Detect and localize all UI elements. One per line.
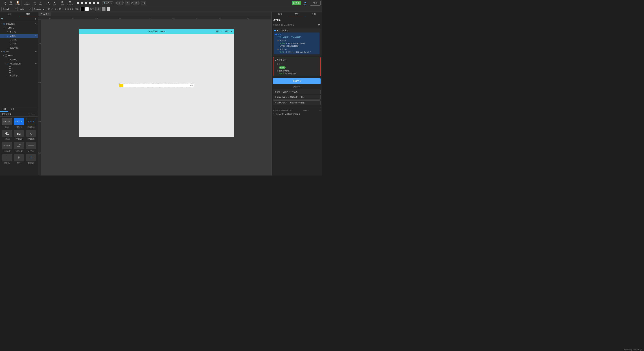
eye-icon[interactable]: 👁 [35, 51, 36, 53]
align-left-button[interactable]: ⬜ [76, 2, 80, 5]
fill-color-white[interactable] [85, 7, 89, 11]
x-input[interactable] [117, 1, 123, 5]
layer-more[interactable]: ▸ — 灰色背景 [0, 74, 38, 78]
font-size-select[interactable]: 13 [46, 7, 54, 11]
trigger-mouse-checkbox[interactable] [273, 113, 275, 115]
more-component-button[interactable]: ⋯ [33, 113, 36, 116]
tab-style[interactable]: 样式 [272, 12, 288, 17]
strikethrough-button[interactable]: S [62, 8, 64, 11]
layer-dynamic-panel[interactable]: ▾ ⬡ (动态面板) 👁 [0, 22, 38, 26]
tab-description[interactable]: 说明 [305, 12, 322, 17]
component-item-vline[interactable]: 重直线 [2, 154, 12, 164]
progress-bar-widget[interactable]: ⚡ 0% [118, 84, 194, 87]
paste-button[interactable]: 📋 Paste [14, 0, 20, 6]
fill-label: 填充: [75, 8, 79, 10]
tab-interaction[interactable]: 交互 [288, 12, 305, 17]
align-right-button[interactable]: ⬜ [84, 2, 88, 5]
connect-button[interactable]: ⇝ 连接 [32, 0, 37, 6]
common-item-2[interactable]: 向左拖动结束时 → 设置为下一个状态 [273, 95, 320, 100]
page-tab-1[interactable]: Page 1 ✕ [39, 13, 52, 16]
align-center-button[interactable]: ⬜ [80, 2, 84, 5]
bottom-layer-button[interactable]: ▼ 底层 [52, 0, 57, 6]
font-family-select[interactable]: Arial [19, 7, 32, 11]
align-justify-text-button[interactable]: ≡ [72, 8, 74, 11]
layer-progress-bar[interactable]: ▾ ⬡ 进度条 👁 [0, 34, 38, 38]
common-item-1[interactable]: 单击时 → 设置为下一个状态 [273, 90, 320, 94]
layer-c-percent[interactable]: ▸ A c百分比 [0, 58, 38, 62]
layer-state1-sub[interactable]: ▸ State1 [0, 38, 38, 42]
underline-button[interactable]: U [59, 8, 61, 11]
ruler-vmark: 600 [38, 152, 40, 154]
insert-icon: ＋ [40, 1, 42, 4]
component-item-dynamic-panel[interactable]: ⬡ 动态面板 [26, 154, 36, 164]
component-item-h1[interactable]: H1 一级标题 [2, 130, 12, 140]
layer-b-blue-bar[interactable]: ▾ ⬡ b蓝色进度条 👁 [0, 62, 38, 66]
insert-button[interactable]: ＋ 插入 [38, 0, 44, 6]
align-left-text-button[interactable]: ≡ [65, 8, 67, 11]
share-button[interactable]: ☁ 共享 [302, 0, 308, 6]
stroke-value[interactable] [96, 7, 101, 11]
layer-gray-bg[interactable]: ▸ — 灰色背景 [0, 46, 38, 50]
new-interaction-button[interactable]: 新建交互 [273, 78, 320, 84]
component-item-text-label[interactable]: 文本标签 文本标签 [2, 142, 12, 152]
italic-button[interactable]: I [57, 8, 58, 11]
stroke-color2[interactable] [106, 7, 110, 11]
eye-icon[interactable]: 👁 [35, 63, 36, 65]
common-item-3[interactable]: 向右拖动结束时 → 设置为上一个状态 [273, 100, 320, 105]
w-input[interactable] [133, 1, 138, 5]
h-input[interactable] [141, 1, 146, 5]
layer-state1-top[interactable]: ▾ State1 [0, 26, 38, 30]
action-icon [277, 70, 278, 72]
tab-page[interactable]: 页面 [0, 12, 19, 17]
layer-item-1[interactable]: ▸ 1 [0, 66, 38, 70]
tab-preview[interactable]: 视图 [19, 12, 38, 17]
eye-icon[interactable]: 👁 [35, 35, 36, 37]
layer-state1-aaa[interactable]: ▾ State1 [0, 54, 38, 58]
align-bottom-button[interactable]: ⬜ [96, 2, 100, 5]
style-select[interactable]: Default [2, 7, 18, 11]
isolate-expand-button[interactable]: ⤢ [221, 30, 223, 33]
select-mode-button[interactable]: ⊹ 选择模式 [23, 0, 31, 6]
component-item-link-button[interactable]: BUTTON 链接按钮 [26, 118, 36, 129]
top-layer-button[interactable]: ▲ 顶层 [46, 0, 51, 6]
page-tab-close-icon[interactable]: ✕ [48, 13, 50, 15]
bold-button[interactable]: B [54, 8, 57, 11]
group-icon: ⬡ [7, 35, 9, 37]
align-middle-button[interactable]: ⬜ [92, 2, 96, 5]
tab-components[interactable]: 元件 [0, 107, 8, 112]
copy-component-button[interactable]: ⎘ [31, 113, 33, 116]
layer-item-2[interactable]: ▸ 2 [0, 70, 38, 74]
preview-button[interactable]: ▶ 预览 [292, 1, 301, 5]
align-center-text-button[interactable]: ≡ [67, 8, 69, 11]
component-item-hr[interactable]: 水平线 [26, 142, 36, 152]
align-center-icon: ⬜ [81, 2, 84, 4]
font-style-select[interactable]: Regular [32, 7, 45, 11]
stroke-color1[interactable] [102, 7, 106, 11]
add-interaction-icon[interactable]: ⊞ [318, 23, 320, 27]
component-item-hotspot[interactable]: ⊕ 热区 [14, 154, 24, 164]
eye-icon[interactable]: 👁 [35, 23, 36, 25]
zoom-control[interactable]: 🔍 87% ▾ [102, 2, 113, 5]
copy-button[interactable]: ⎘ Copy [8, 0, 14, 6]
align-top-button[interactable]: ⬜ [88, 2, 92, 5]
component-item-h3[interactable]: H3 三级标题 [26, 130, 36, 140]
component-item-h2[interactable]: H2 二级标题 [14, 130, 24, 140]
fill-color-black[interactable] [80, 7, 84, 11]
layer-state2-sub[interactable]: ▸ State2 [0, 42, 38, 46]
layer-percent-text[interactable]: ▸ A 百分比 [0, 30, 38, 34]
add-component-button[interactable]: + [28, 113, 30, 116]
component-item-primary-button[interactable]: BUTTON 主要按钮 [14, 118, 24, 129]
cut-button[interactable]: ✂ Cut [2, 0, 8, 6]
component-item-button[interactable]: BUTTON 按钮 [2, 118, 12, 129]
layer-aaa-group[interactable]: ▾ ⬡ aaa 👁 [0, 50, 38, 54]
close-panel-button[interactable]: ✕ [230, 30, 232, 33]
tab-master[interactable]: 母版 [8, 107, 16, 112]
canvas-content[interactable]: 〔动态面板〕: State1 隔离 ⤢ 关闭 ✕ ⚡ 0% [41, 20, 272, 176]
component-item-text-para[interactable]: 文本段落 文本段落 [14, 142, 24, 152]
layer-search-input[interactable] [4, 18, 34, 20]
y-input[interactable] [125, 1, 130, 5]
undo-combine-button[interactable]: ⊟ 取消组合 [66, 0, 74, 6]
combine-button[interactable]: ⊞ 组合 [60, 0, 65, 6]
align-right-text-button[interactable]: ≡ [70, 8, 72, 11]
login-button[interactable]: 登录 [310, 1, 320, 6]
